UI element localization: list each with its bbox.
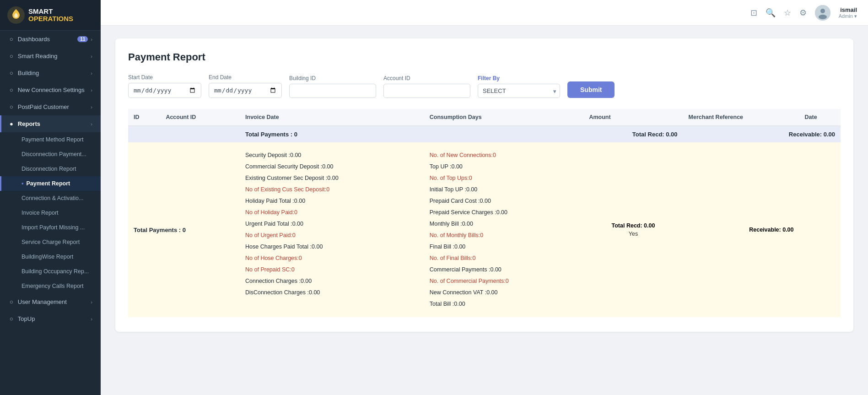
- page-title: Payment Report: [128, 51, 841, 63]
- layout-icon[interactable]: ⊡: [750, 8, 757, 18]
- left-detail-item: Urgent Paid Total :0.00: [245, 218, 419, 230]
- total-empty: [799, 142, 841, 317]
- svg-point-3: [819, 15, 827, 19]
- col-invoice-date: Invoice Date: [240, 109, 424, 126]
- left-detail-item: Holiday Paid Total :0.00: [245, 195, 419, 207]
- sub-item-active-dot: •: [22, 180, 23, 187]
- right-detail-item: Monthly Bill :0.00: [430, 218, 578, 230]
- topbar-username: ismail: [840, 6, 857, 13]
- sidebar-item-building[interactable]: ○ Building ›: [0, 65, 101, 81]
- filter-by-label: Filter By: [478, 75, 560, 81]
- sidebar-sub-item-disconnection-payment[interactable]: Disconnection Payment...: [0, 147, 101, 162]
- left-detail-item: Security Deposit :0.00: [245, 150, 419, 161]
- right-detail-item: Prepaid Service Charges :0.00: [430, 207, 578, 218]
- sidebar-logo: SMART OPERATIONS: [0, 0, 101, 31]
- summary-total-payments-label: Total Payments : 0: [240, 126, 583, 142]
- search-icon[interactable]: 🔍: [766, 8, 776, 18]
- sidebar-item-reports[interactable]: ● Reports ›: [0, 115, 101, 132]
- end-date-input[interactable]: [209, 83, 282, 98]
- sub-item-label: Disconnection Report: [22, 166, 76, 172]
- right-detail-item: Top UP :0.00: [430, 161, 578, 173]
- sidebar-item-label: Dashboards: [18, 36, 50, 43]
- sub-item-label: Invoice Report: [22, 210, 59, 216]
- col-account-id: Account ID: [160, 109, 240, 126]
- right-detail-item: New Connection VAT :0.00: [430, 287, 578, 298]
- sidebar-item-label: PostPaid Customer: [18, 103, 69, 110]
- table-body: Total Payments : 0 Total Recd: 0.00 Rece…: [128, 126, 841, 317]
- page-card: Payment Report Start Date End Date Build…: [115, 38, 853, 332]
- right-detail-item: No. of New Connections:0: [430, 150, 578, 161]
- sidebar-item-label: User Management: [18, 298, 67, 305]
- sidebar-sub-item-invoice-report[interactable]: Invoice Report: [0, 206, 101, 220]
- submit-button[interactable]: Submit: [567, 81, 615, 98]
- left-details-list: Security Deposit :0.00Commercial Securit…: [245, 150, 419, 298]
- right-details-list: No. of New Connections:0Top UP :0.00No. …: [430, 150, 578, 310]
- left-detail-item: Commercial Security Deposit :0.00: [245, 161, 419, 173]
- sub-item-label: Import Payfort Missing ...: [22, 224, 85, 231]
- filter-by-select[interactable]: SELECT: [478, 84, 560, 98]
- sidebar-item-smart-reading[interactable]: ○ Smart Reading ›: [0, 48, 101, 65]
- chevron-right-icon: ›: [91, 37, 92, 42]
- account-id-label: Account ID: [383, 75, 470, 81]
- sidebar-sub-item-building-occupancy-rep[interactable]: Building Occupancy Rep...: [0, 264, 101, 279]
- sidebar-item-topup[interactable]: ○ TopUp ›: [0, 310, 101, 327]
- total-recd-value: Total Recd: 0.00: [589, 222, 677, 229]
- sidebar-item-label: New Connection Settings: [18, 87, 85, 93]
- circle-icon: ○: [10, 103, 13, 110]
- sidebar-sub-item-payment-method-report[interactable]: Payment Method Report: [0, 132, 101, 147]
- sub-item-label: Payment Report: [26, 180, 70, 187]
- report-table: ID Account ID Invoice Date Consumption D…: [128, 109, 841, 317]
- chevron-right-icon: ›: [91, 104, 92, 110]
- sub-item-label: Connection & Activatio...: [22, 195, 84, 201]
- right-detail-item: Final Bill :0.00: [430, 241, 578, 253]
- building-id-label: Building ID: [289, 75, 376, 81]
- start-date-input[interactable]: [128, 83, 201, 98]
- yes-label: Yes: [589, 231, 677, 237]
- sidebar-item-user-management[interactable]: ○ User Management ›: [0, 293, 101, 310]
- sidebar-sub-item-import-payfort-missing[interactable]: Import Payfort Missing ...: [0, 220, 101, 235]
- sidebar-sub-item-buildingwise-report[interactable]: BuildingWise Report: [0, 249, 101, 264]
- sidebar-item-label: Smart Reading: [18, 53, 58, 60]
- chevron-right-icon: ›: [91, 54, 92, 59]
- filter-by-group: Filter By SELECT ▾: [478, 75, 560, 98]
- sidebar-item-label: Reports: [18, 120, 40, 127]
- sidebar-sub-item-service-charge-report[interactable]: Service Charge Report: [0, 235, 101, 249]
- sub-item-label: Emergency Calls Report: [22, 283, 83, 289]
- left-detail-item: Existing Customer Sec Deposit :0.00: [245, 173, 419, 184]
- table-header: ID Account ID Invoice Date Consumption D…: [128, 109, 841, 126]
- avatar: [815, 5, 830, 21]
- start-date-group: Start Date: [128, 74, 201, 98]
- total-left-details: Security Deposit :0.00Commercial Securit…: [240, 142, 424, 317]
- summary-total-payments: [128, 126, 240, 142]
- sub-item-label: Payment Method Report: [22, 136, 84, 143]
- account-id-input[interactable]: [383, 84, 470, 98]
- right-detail-item: No. of Commercial Payments:0: [430, 276, 578, 287]
- sidebar-sub-item-payment-report[interactable]: • Payment Report: [0, 176, 101, 191]
- circle-icon: ○: [10, 53, 13, 60]
- sub-item-label: BuildingWise Report: [22, 254, 73, 260]
- sidebar-sub-item-emergency-calls-report[interactable]: Emergency Calls Report: [0, 279, 101, 293]
- chevron-right-icon: ›: [91, 316, 92, 322]
- sidebar-sub-item-disconnection-report[interactable]: Disconnection Report: [0, 162, 101, 176]
- circle-icon: ○: [10, 70, 13, 76]
- summary-receivable: Receivable: 0.00: [683, 126, 841, 142]
- sidebar-sub-item-connection-activation[interactable]: Connection & Activatio...: [0, 191, 101, 206]
- total-receivable: Receivable: 0.00: [683, 142, 799, 317]
- sidebar-item-dashboards[interactable]: ○ Dashboards 11 ›: [0, 31, 101, 48]
- star-icon[interactable]: ☆: [784, 8, 791, 18]
- building-id-input[interactable]: [289, 84, 376, 98]
- sidebar-item-label: TopUp: [18, 315, 35, 322]
- sidebar-item-new-connection-settings[interactable]: ○ New Connection Settings ›: [0, 81, 101, 98]
- content-area: Payment Report Start Date End Date Build…: [101, 26, 868, 395]
- circle-icon: ○: [10, 36, 13, 43]
- circle-icon: ●: [10, 120, 13, 127]
- left-detail-item: Hose Charges Paid Total :0.00: [245, 241, 419, 253]
- right-detail-item: No. of Top Ups:0: [430, 173, 578, 184]
- sub-item-label: Service Charge Report: [22, 239, 80, 245]
- settings-icon[interactable]: ⚙: [799, 8, 807, 18]
- end-date-label: End Date: [209, 74, 282, 81]
- sidebar-item-postpaid-customer[interactable]: ○ PostPaid Customer ›: [0, 98, 101, 115]
- topbar-user-info: ismail Admin ▾: [839, 6, 857, 19]
- chevron-right-icon: ›: [91, 87, 92, 93]
- chevron-right-icon: ›: [91, 70, 92, 76]
